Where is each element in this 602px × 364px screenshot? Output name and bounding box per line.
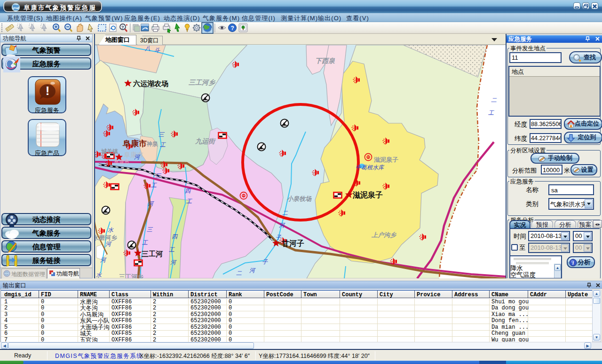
- svg-text:阜康市: 阜康市: [124, 151, 143, 158]
- svg-text:子: 子: [276, 234, 282, 241]
- svg-text:中葛根水库: 中葛根水库: [356, 164, 385, 171]
- svg-text:六运湖农场: 六运湖农场: [133, 79, 168, 87]
- svg-text:?: ?: [231, 25, 234, 32]
- svg-text:河: 河: [249, 267, 256, 274]
- svg-text:河: 河: [148, 200, 154, 207]
- svg-text:水磨河乡: 水磨河乡: [95, 234, 117, 241]
- svg-text:河: 河: [100, 257, 107, 263]
- svg-text:水: 水: [108, 227, 114, 233]
- svg-text:甘河子: 甘河子: [281, 239, 304, 247]
- svg-text:二: 二: [282, 210, 288, 216]
- svg-text:工: 工: [186, 198, 192, 205]
- svg-text:阜康市: 阜康市: [122, 139, 147, 148]
- svg-text:河: 河: [134, 154, 141, 160]
- svg-text:滋泥泉子: 滋泥泉子: [373, 156, 398, 163]
- svg-text:斗: 斗: [154, 47, 160, 54]
- svg-text:二: 二: [236, 270, 242, 277]
- svg-text:工: 工: [142, 239, 148, 246]
- svg-text:神泉: 神泉: [146, 141, 158, 147]
- svg-text:小泉牧场: 小泉牧场: [287, 195, 312, 202]
- svg-text:三: 三: [155, 173, 162, 179]
- svg-text:阜康市: 阜康市: [114, 159, 129, 165]
- svg-text:八: 八: [144, 45, 150, 52]
- svg-text:九运街: 九运街: [195, 137, 216, 145]
- svg-text:二: 二: [491, 97, 497, 103]
- svg-text:滋泥泉子: 滋泥泉子: [352, 191, 383, 199]
- svg-text:工: 工: [151, 182, 157, 189]
- svg-text:工: 工: [169, 246, 175, 253]
- svg-text:?: ?: [121, 25, 124, 30]
- svg-text:工: 工: [160, 142, 166, 148]
- svg-text:四: 四: [172, 233, 178, 240]
- svg-text:下西泉: 下西泉: [315, 57, 335, 64]
- svg-text:三工河: 三工河: [142, 250, 163, 258]
- svg-text:子: 子: [262, 259, 268, 265]
- svg-text:城关镇: 城关镇: [101, 148, 118, 155]
- svg-text:水: 水: [96, 272, 102, 278]
- svg-text:河: 河: [105, 241, 112, 247]
- svg-text:三: 三: [147, 226, 153, 233]
- svg-text:工: 工: [488, 110, 494, 116]
- svg-text:四: 四: [185, 188, 191, 194]
- svg-text:河: 河: [279, 222, 285, 229]
- svg-text:三工河乡: 三工河乡: [119, 273, 143, 278]
- svg-text:!: !: [46, 84, 50, 98]
- svg-text:河: 河: [170, 259, 177, 266]
- svg-text:上户沟乡: 上户沟乡: [371, 231, 397, 238]
- svg-text:三工河乡: 三工河乡: [188, 79, 216, 86]
- svg-text:三: 三: [158, 131, 165, 138]
